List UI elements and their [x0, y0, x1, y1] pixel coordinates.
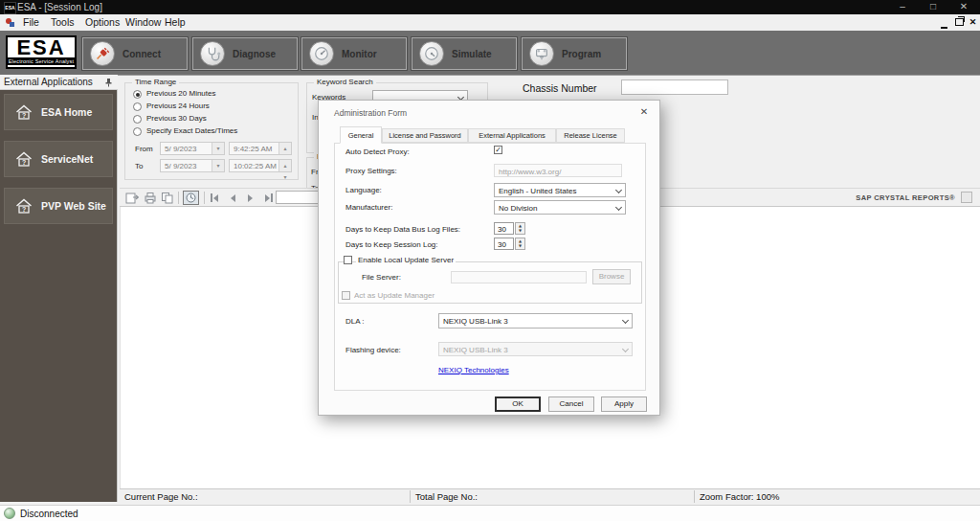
monitor-label: Monitor — [342, 49, 377, 59]
first-page-button[interactable] — [211, 193, 212, 202]
print-icon[interactable] — [144, 192, 157, 204]
radio-previous-30-days[interactable] — [133, 115, 142, 124]
menu-bar: File Tools Options Window Help ✕ — [0, 14, 980, 32]
act-as-update-manager-label: Act as Update Manager — [354, 291, 434, 300]
app-icon: ESA — [4, 2, 16, 14]
last-page-button[interactable] — [265, 194, 270, 202]
export-icon[interactable] — [125, 192, 139, 204]
days-session-label: Days to Keep Session Log: — [345, 240, 438, 249]
window-close-button[interactable]: ✕ — [951, 0, 976, 14]
menu-window[interactable]: Window — [125, 16, 161, 28]
tab-general[interactable]: General — [340, 126, 382, 144]
time-spinner-arrows[interactable]: ▴▾ — [278, 160, 291, 171]
diagnose-button[interactable]: Diagnose — [192, 37, 298, 70]
menu-options[interactable]: Options — [85, 16, 120, 28]
to-date-picker[interactable]: 5/ 9/2023 ▾ — [160, 159, 225, 172]
footer-divider — [694, 490, 695, 503]
menu-tools[interactable]: Tools — [51, 16, 75, 28]
next-page-button[interactable] — [248, 194, 253, 202]
menu-help[interactable]: Help — [165, 16, 186, 28]
radio-label[interactable]: Previous 24 Hours — [146, 102, 210, 110]
manufacturer-label: Manufacturer: — [345, 203, 392, 212]
crystal-reports-brand: SAP CRYSTAL REPORTS® — [856, 193, 955, 202]
dialog-title: Administration Form — [334, 108, 407, 118]
esa-logo: ESA Electronic Service Analyst — [6, 35, 77, 69]
copy-icon[interactable] — [161, 192, 174, 204]
previous-page-button[interactable] — [231, 194, 235, 202]
days-databus-label: Days to Keep Data Bus Log Files: — [345, 225, 460, 234]
time-range-group: Time Range Previous 20 Minutes Previous … — [124, 82, 299, 180]
from-date-picker[interactable]: 5/ 9/2023 ▾ — [160, 142, 225, 155]
tab-external-applications[interactable]: External Applications — [468, 128, 556, 143]
calendar-dropdown-icon[interactable]: ▾ — [212, 160, 224, 171]
apply-button[interactable]: Apply — [601, 396, 647, 412]
from-time-value: 9:42:25 AM — [234, 145, 272, 153]
group-tree-toggle-button[interactable] — [183, 191, 199, 205]
radio-previous-24-hours[interactable] — [133, 102, 142, 111]
sidebar-item-servicenet[interactable]: ? ServiceNet — [4, 141, 113, 177]
to-time-spinner[interactable]: 10:02:25 AM ▴▾ — [229, 159, 292, 172]
mdi-close-button[interactable]: ✕ — [967, 15, 979, 29]
dla-combobox[interactable]: NEXIQ USB-Link 3 — [438, 313, 633, 328]
last-page-icon[interactable] — [271, 193, 273, 202]
menu-file[interactable]: File — [23, 16, 39, 28]
esa-logo-text: ESA — [8, 37, 75, 57]
simulate-label: Simulate — [452, 49, 492, 59]
tab-license-and-password[interactable]: License and Password — [382, 128, 468, 143]
from-time-spinner[interactable]: 9:42:25 AM ▴▾ — [229, 142, 292, 155]
tab-release-license[interactable]: Release License — [556, 128, 625, 143]
mdi-minimize-button[interactable] — [938, 15, 950, 29]
report-status-bar: Current Page No.: Total Page No.: Zoom F… — [120, 488, 980, 503]
calendar-dropdown-icon[interactable]: ▾ — [212, 143, 224, 154]
main-toolbar: ESA Electronic Service Analyst Connect — [0, 31, 980, 76]
days-session-spinner[interactable]: 30 ▲▼ — [494, 238, 526, 250]
external-applications-panel: External Applications ? ESA Home ? Servi… — [0, 75, 118, 502]
connect-button[interactable]: Connect — [82, 37, 188, 70]
auto-detect-proxy-checkbox[interactable]: ✓ — [494, 146, 502, 154]
time-spinner-arrows[interactable]: ▴▾ — [278, 143, 291, 154]
program-button[interactable]: Program — [522, 37, 627, 70]
pin-icon[interactable] — [104, 78, 113, 87]
days-databus-spinner[interactable]: 30 ▲▼ — [494, 222, 526, 235]
spinner-arrows-icon[interactable]: ▲▼ — [515, 222, 525, 235]
sap-logo-icon — [961, 192, 972, 203]
chassis-number-input[interactable] — [621, 79, 728, 95]
dla-value: NEXIQ USB-Link 3 — [443, 317, 508, 326]
sidebar-item-pvp-web-site[interactable]: ? PVP Web Site — [4, 188, 113, 224]
monitor-button[interactable]: Monitor — [301, 37, 407, 70]
sidebar-item-esa-home[interactable]: ? ESA Home — [4, 94, 113, 130]
window-title: ESA - [Session Log] — [17, 2, 102, 12]
enable-local-update-label[interactable]: Enable Local Update Server — [356, 256, 456, 264]
dialog-close-icon[interactable]: ✕ — [637, 106, 651, 117]
title-bar: ESA ESA - [Session Log] – □ ✕ — [0, 0, 980, 14]
radio-previous-20-minutes[interactable] — [133, 90, 142, 99]
connect-icon — [90, 41, 115, 66]
radio-label[interactable]: Previous 30 Days — [146, 114, 207, 123]
svg-text:?: ? — [22, 112, 26, 119]
cancel-button[interactable]: Cancel — [548, 396, 594, 412]
flashing-device-label: Flashing device: — [345, 346, 401, 354]
radio-label[interactable]: Previous 20 Minutes — [146, 89, 215, 98]
mdi-restore-button[interactable] — [953, 15, 966, 29]
days-session-value[interactable]: 30 — [494, 238, 514, 250]
connection-status-text: Disconnected — [20, 509, 78, 519]
time-range-title: Time Range — [132, 78, 179, 86]
sidebar-header-label: External Applications — [4, 77, 93, 87]
enable-local-update-checkbox[interactable] — [344, 256, 352, 264]
language-combobox[interactable]: English - United States — [494, 183, 626, 197]
simulate-button[interactable]: Simulate — [412, 37, 517, 70]
radio-label[interactable]: Specify Exact Dates/Times — [146, 126, 237, 135]
days-databus-value[interactable]: 30 — [494, 222, 514, 235]
dla-label: DLA : — [345, 317, 365, 326]
radio-specify-exact-dates[interactable] — [133, 127, 142, 136]
window-maximize-button[interactable]: □ — [921, 0, 946, 14]
window-minimize-button[interactable]: – — [890, 0, 915, 14]
to-time-value: 10:02:25 AM — [234, 162, 277, 170]
diagnose-icon — [200, 41, 225, 66]
first-page-icon[interactable] — [213, 194, 218, 202]
to-date-value: 5/ 9/2023 — [165, 162, 196, 170]
ok-button[interactable]: OK — [495, 396, 541, 412]
nexiq-technologies-link[interactable]: NEXIQ Technologies — [438, 366, 509, 374]
manufacturer-combobox[interactable]: No Division — [494, 200, 626, 215]
spinner-arrows-icon[interactable]: ▲▼ — [515, 238, 525, 250]
